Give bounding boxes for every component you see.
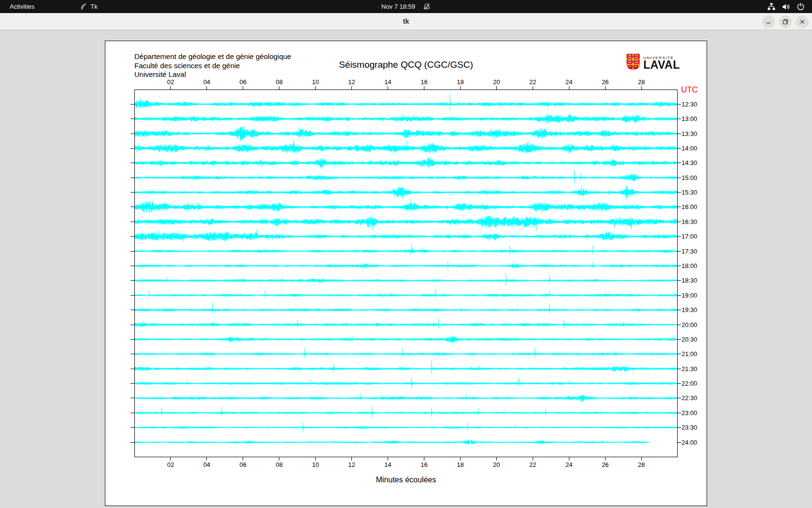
top-axis-tick-label: 14: [384, 78, 391, 86]
close-button[interactable]: [796, 15, 809, 28]
bottom-axis-tick-label: 28: [638, 461, 645, 468]
laval-shield-icon: [626, 54, 640, 72]
left-row-tick: [130, 398, 134, 398]
seismograph-canvas-frame: Département de géologie et de génie géol…: [105, 41, 707, 506]
top-axis-tick: [170, 86, 171, 90]
top-axis-tick: [351, 86, 352, 90]
window-controls: [762, 13, 809, 30]
right-row-tick: [678, 280, 681, 281]
left-row-tick: [130, 134, 134, 134]
right-row-tick: [678, 442, 681, 443]
bottom-axis-tick-label: 06: [240, 461, 246, 468]
bottom-axis-tick: [388, 457, 388, 461]
top-axis-tick: [279, 86, 279, 90]
bottom-axis-tick-label: 10: [312, 461, 319, 468]
right-row-tick: [678, 325, 681, 325]
bottom-axis-tick-label: 12: [348, 461, 355, 468]
bottom-axis-tick-label: 20: [493, 461, 500, 468]
right-row-tick: [678, 148, 681, 149]
bottom-axis-tick: [605, 457, 606, 461]
right-row-tick: [678, 119, 681, 119]
right-row-tick: [678, 310, 681, 310]
left-row-tick: [130, 280, 134, 281]
right-row-tick: [678, 383, 681, 384]
restore-icon: [783, 19, 788, 25]
trace-time-label: 17:30: [682, 248, 697, 255]
right-row-tick: [678, 251, 681, 252]
trace-time-label: 15:30: [682, 189, 697, 196]
laval-wordmark-large: LAVAL: [643, 60, 680, 70]
left-row-tick: [130, 295, 134, 296]
bottom-axis-tick-label: 08: [276, 461, 282, 468]
left-row-tick: [130, 369, 134, 369]
top-axis-tick: [460, 86, 461, 90]
trace-time-label: 19:00: [682, 292, 697, 299]
right-row-tick: [678, 236, 681, 237]
close-icon: [799, 19, 805, 25]
left-row-tick: [130, 192, 134, 193]
left-row-tick: [130, 207, 134, 207]
window-title-bar[interactable]: tk: [0, 13, 812, 30]
right-row-tick: [678, 134, 681, 134]
top-axis-tick-label: 18: [457, 78, 464, 86]
trace-time-label: 17:00: [682, 233, 697, 240]
trace-time-label: 21:30: [682, 365, 697, 373]
bottom-axis-tick-label: 18: [457, 461, 464, 468]
top-axis-tick-label: 10: [312, 78, 319, 86]
top-axis-tick-label: 02: [167, 78, 174, 86]
bottom-axis-tick-label: 24: [566, 461, 572, 468]
trace-time-label: 14:00: [682, 145, 697, 152]
bottom-axis-tick: [243, 457, 243, 461]
right-row-tick: [678, 178, 681, 178]
power-icon: [797, 3, 804, 10]
window-title: tk: [403, 17, 409, 25]
right-row-tick: [678, 192, 681, 193]
left-row-tick: [130, 163, 134, 163]
right-row-tick: [678, 163, 681, 163]
desktop: Activities Tk Nov 7 18:59: [0, 0, 812, 508]
utc-label: UTC: [681, 85, 698, 95]
trace-time-label: 22:30: [682, 394, 697, 402]
left-row-tick: [130, 354, 134, 354]
bottom-axis-tick-label: 22: [529, 461, 536, 468]
right-row-tick: [678, 369, 681, 369]
right-row-tick: [678, 266, 681, 266]
laval-wordmark: UNIVERSITÉ LAVAL: [643, 56, 680, 70]
bottom-axis-tick-label: 04: [203, 461, 210, 468]
right-row-tick: [678, 413, 681, 413]
bottom-axis-tick: [496, 457, 497, 461]
right-row-tick: [678, 354, 681, 354]
bottom-axis-tick: [424, 457, 424, 461]
system-tray[interactable]: [768, 0, 812, 13]
top-axis-tick: [424, 86, 424, 90]
maximize-button[interactable]: [779, 15, 792, 28]
trace-time-label: 23:00: [682, 409, 697, 417]
gnome-top-bar: Activities Tk Nov 7 18:59: [0, 0, 812, 13]
trace-time-label: 24:00: [682, 439, 697, 446]
minimize-button[interactable]: [762, 15, 775, 28]
trace-time-label: 16:30: [682, 218, 697, 225]
clock-area[interactable]: Nov 7 18:59: [0, 0, 812, 13]
trace-time-label: 21:00: [682, 350, 697, 358]
network-icon: [768, 3, 775, 10]
trace-time-label: 15:00: [682, 174, 697, 181]
top-axis-tick-label: 28: [638, 78, 645, 86]
trace-time-label: 18:30: [682, 277, 697, 284]
trace-time-label: 16:00: [682, 203, 697, 210]
top-axis-tick: [641, 86, 642, 90]
left-row-tick: [130, 251, 134, 252]
bottom-axis-tick: [170, 457, 171, 461]
top-axis-tick-label: 12: [348, 78, 355, 86]
top-axis-tick: [605, 86, 606, 90]
right-row-tick: [678, 295, 681, 296]
left-row-tick: [130, 148, 134, 149]
top-axis-tick-label: 04: [203, 78, 210, 86]
top-axis-tick-label: 22: [529, 78, 536, 86]
bottom-axis-tick: [351, 457, 352, 461]
universite-laval-logo: UNIVERSITÉ LAVAL: [626, 54, 680, 72]
left-row-tick: [130, 427, 134, 428]
institution-line-3: Université Laval: [134, 70, 291, 79]
right-row-tick: [678, 427, 681, 428]
left-row-tick: [130, 266, 134, 266]
trace-time-label: 19:30: [682, 306, 697, 314]
